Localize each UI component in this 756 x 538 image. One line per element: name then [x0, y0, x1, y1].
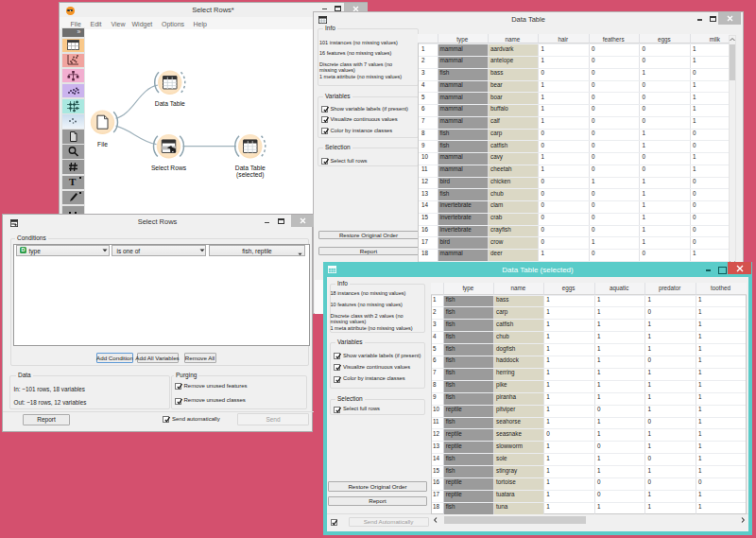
svg-text:Select Rows: Select Rows	[151, 165, 187, 171]
svg-text:Data Table: Data Table	[155, 100, 185, 107]
svg-text:(selected): (selected)	[236, 171, 264, 179]
svg-text:File: File	[97, 141, 108, 148]
